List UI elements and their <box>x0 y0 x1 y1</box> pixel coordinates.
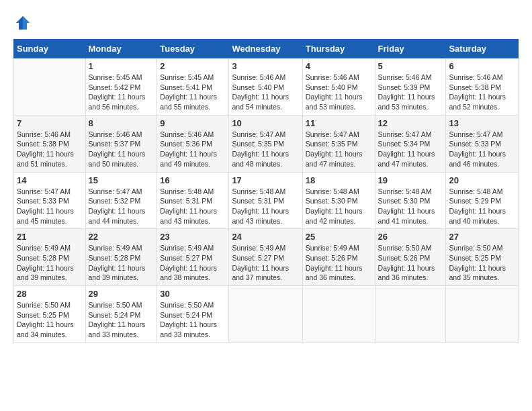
cell-info: Sunrise: 5:50 AM Sunset: 5:24 PM Dayligh… <box>160 300 226 340</box>
day-number: 25 <box>306 232 372 242</box>
logo <box>13 13 35 32</box>
cell-info: Sunrise: 5:49 AM Sunset: 5:26 PM Dayligh… <box>306 243 372 283</box>
svg-marker-1 <box>23 16 30 30</box>
day-number: 24 <box>232 232 299 242</box>
day-number: 4 <box>306 61 372 71</box>
day-number: 9 <box>160 118 226 128</box>
cell-info: Sunrise: 5:46 AM Sunset: 5:40 PM Dayligh… <box>232 73 299 112</box>
day-number: 29 <box>89 289 154 299</box>
day-number: 15 <box>89 175 154 185</box>
calendar-cell: 25Sunrise: 5:49 AM Sunset: 5:26 PM Dayli… <box>302 229 375 286</box>
day-header-friday: Friday <box>375 40 446 58</box>
cell-info: Sunrise: 5:47 AM Sunset: 5:33 PM Dayligh… <box>17 187 83 226</box>
calendar-cell: 11Sunrise: 5:47 AM Sunset: 5:35 PM Dayli… <box>302 115 375 172</box>
calendar-week-2: 7Sunrise: 5:46 AM Sunset: 5:38 PM Daylig… <box>14 115 519 172</box>
cell-info: Sunrise: 5:45 AM Sunset: 5:41 PM Dayligh… <box>160 73 226 112</box>
cell-info: Sunrise: 5:46 AM Sunset: 5:36 PM Dayligh… <box>160 130 226 169</box>
calendar-cell: 5Sunrise: 5:46 AM Sunset: 5:39 PM Daylig… <box>375 58 446 116</box>
cell-info: Sunrise: 5:48 AM Sunset: 5:31 PM Dayligh… <box>160 187 226 226</box>
cell-info: Sunrise: 5:46 AM Sunset: 5:38 PM Dayligh… <box>449 73 515 112</box>
day-number: 22 <box>89 232 154 242</box>
calendar-week-4: 21Sunrise: 5:49 AM Sunset: 5:28 PM Dayli… <box>14 229 519 286</box>
day-number: 17 <box>232 175 299 185</box>
cell-info: Sunrise: 5:48 AM Sunset: 5:30 PM Dayligh… <box>378 187 443 226</box>
day-header-thursday: Thursday <box>302 40 375 58</box>
cell-info: Sunrise: 5:46 AM Sunset: 5:38 PM Dayligh… <box>17 130 83 169</box>
cell-info: Sunrise: 5:47 AM Sunset: 5:33 PM Dayligh… <box>449 130 515 169</box>
cell-info: Sunrise: 5:47 AM Sunset: 5:34 PM Dayligh… <box>378 130 443 169</box>
cell-info: Sunrise: 5:46 AM Sunset: 5:39 PM Dayligh… <box>378 73 443 112</box>
calendar-cell: 27Sunrise: 5:50 AM Sunset: 5:25 PM Dayli… <box>446 229 519 286</box>
calendar-cell: 7Sunrise: 5:46 AM Sunset: 5:38 PM Daylig… <box>14 115 86 172</box>
day-number: 11 <box>306 118 372 128</box>
day-number: 27 <box>449 232 515 242</box>
calendar-week-1: 1Sunrise: 5:45 AM Sunset: 5:42 PM Daylig… <box>14 58 519 116</box>
day-number: 26 <box>378 232 443 242</box>
calendar-week-5: 28Sunrise: 5:50 AM Sunset: 5:25 PM Dayli… <box>14 286 519 343</box>
cell-info: Sunrise: 5:48 AM Sunset: 5:31 PM Dayligh… <box>232 187 299 226</box>
calendar-cell: 1Sunrise: 5:45 AM Sunset: 5:42 PM Daylig… <box>85 58 157 116</box>
calendar-cell <box>229 286 302 343</box>
cell-info: Sunrise: 5:46 AM Sunset: 5:37 PM Dayligh… <box>89 130 154 169</box>
calendar-cell: 14Sunrise: 5:47 AM Sunset: 5:33 PM Dayli… <box>14 172 86 229</box>
calendar-cell: 23Sunrise: 5:49 AM Sunset: 5:27 PM Dayli… <box>157 229 229 286</box>
day-number: 1 <box>89 61 154 71</box>
calendar-cell <box>14 58 86 116</box>
day-number: 20 <box>449 175 515 185</box>
day-number: 19 <box>378 175 443 185</box>
cell-info: Sunrise: 5:48 AM Sunset: 5:30 PM Dayligh… <box>306 187 372 226</box>
calendar-cell <box>375 286 446 343</box>
day-number: 7 <box>17 118 83 128</box>
day-number: 2 <box>160 61 226 71</box>
calendar-cell <box>302 286 375 343</box>
day-number: 30 <box>160 289 226 299</box>
cell-info: Sunrise: 5:49 AM Sunset: 5:27 PM Dayligh… <box>160 243 226 283</box>
cell-info: Sunrise: 5:49 AM Sunset: 5:28 PM Dayligh… <box>89 243 154 283</box>
calendar-cell: 2Sunrise: 5:45 AM Sunset: 5:41 PM Daylig… <box>157 58 229 116</box>
calendar-cell: 29Sunrise: 5:50 AM Sunset: 5:24 PM Dayli… <box>85 286 157 343</box>
day-number: 12 <box>378 118 443 128</box>
day-header-monday: Monday <box>85 40 157 58</box>
calendar-cell <box>446 286 519 343</box>
cell-info: Sunrise: 5:46 AM Sunset: 5:40 PM Dayligh… <box>306 73 372 112</box>
cell-info: Sunrise: 5:49 AM Sunset: 5:27 PM Dayligh… <box>232 243 299 283</box>
page-header <box>13 13 519 32</box>
day-number: 23 <box>160 232 226 242</box>
calendar-cell: 17Sunrise: 5:48 AM Sunset: 5:31 PM Dayli… <box>229 172 302 229</box>
logo-icon <box>13 13 32 32</box>
calendar-cell: 28Sunrise: 5:50 AM Sunset: 5:25 PM Dayli… <box>14 286 86 343</box>
calendar-cell: 10Sunrise: 5:47 AM Sunset: 5:35 PM Dayli… <box>229 115 302 172</box>
calendar-cell: 6Sunrise: 5:46 AM Sunset: 5:38 PM Daylig… <box>446 58 519 116</box>
day-number: 18 <box>306 175 372 185</box>
calendar-cell: 12Sunrise: 5:47 AM Sunset: 5:34 PM Dayli… <box>375 115 446 172</box>
calendar-cell: 4Sunrise: 5:46 AM Sunset: 5:40 PM Daylig… <box>302 58 375 116</box>
day-number: 13 <box>449 118 515 128</box>
day-number: 3 <box>232 61 299 71</box>
calendar-cell: 30Sunrise: 5:50 AM Sunset: 5:24 PM Dayli… <box>157 286 229 343</box>
cell-info: Sunrise: 5:47 AM Sunset: 5:35 PM Dayligh… <box>306 130 372 169</box>
calendar-cell: 26Sunrise: 5:50 AM Sunset: 5:26 PM Dayli… <box>375 229 446 286</box>
cell-info: Sunrise: 5:45 AM Sunset: 5:42 PM Dayligh… <box>89 73 154 112</box>
day-number: 10 <box>232 118 299 128</box>
calendar-cell: 8Sunrise: 5:46 AM Sunset: 5:37 PM Daylig… <box>85 115 157 172</box>
calendar-cell: 15Sunrise: 5:47 AM Sunset: 5:32 PM Dayli… <box>85 172 157 229</box>
cell-info: Sunrise: 5:50 AM Sunset: 5:25 PM Dayligh… <box>449 243 515 283</box>
calendar-cell: 16Sunrise: 5:48 AM Sunset: 5:31 PM Dayli… <box>157 172 229 229</box>
day-number: 14 <box>17 175 83 185</box>
calendar-cell: 13Sunrise: 5:47 AM Sunset: 5:33 PM Dayli… <box>446 115 519 172</box>
day-number: 8 <box>89 118 154 128</box>
day-number: 6 <box>449 61 515 71</box>
cell-info: Sunrise: 5:47 AM Sunset: 5:32 PM Dayligh… <box>89 187 154 226</box>
day-number: 21 <box>17 232 83 242</box>
day-number: 16 <box>160 175 226 185</box>
calendar-cell: 24Sunrise: 5:49 AM Sunset: 5:27 PM Dayli… <box>229 229 302 286</box>
cell-info: Sunrise: 5:48 AM Sunset: 5:29 PM Dayligh… <box>449 187 515 226</box>
cell-info: Sunrise: 5:50 AM Sunset: 5:24 PM Dayligh… <box>89 300 154 340</box>
day-header-tuesday: Tuesday <box>157 40 229 58</box>
cell-info: Sunrise: 5:47 AM Sunset: 5:35 PM Dayligh… <box>232 130 299 169</box>
day-header-sunday: Sunday <box>14 40 86 58</box>
day-number: 5 <box>378 61 443 71</box>
day-number: 28 <box>17 289 83 299</box>
calendar-cell: 3Sunrise: 5:46 AM Sunset: 5:40 PM Daylig… <box>229 58 302 116</box>
calendar-cell: 22Sunrise: 5:49 AM Sunset: 5:28 PM Dayli… <box>85 229 157 286</box>
